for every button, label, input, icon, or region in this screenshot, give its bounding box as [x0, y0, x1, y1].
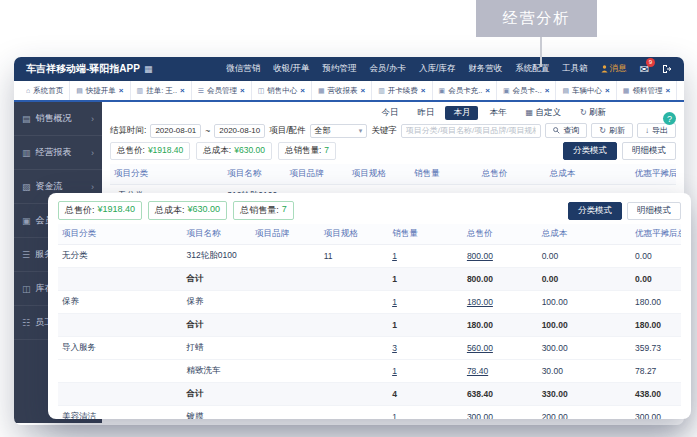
price-cell[interactable]: 180.00	[463, 291, 538, 314]
grid-icon: ▦	[144, 64, 153, 74]
tab[interactable]: ▣ 会员卡-.. ×	[497, 81, 556, 100]
period-filter-row: 今日 昨日 本月 本年 ▦ 自定义 ↻ 刷新	[110, 105, 676, 121]
keyword-input[interactable]	[401, 124, 541, 138]
qty-cell[interactable]: 1	[388, 245, 463, 268]
tab[interactable]: ◫ 销售中心 ×	[252, 81, 312, 100]
classified-mode-button[interactable]: 分类模式	[563, 142, 617, 160]
tab-close-icon[interactable]: ×	[361, 86, 366, 95]
period-option[interactable]: 今日	[373, 106, 406, 120]
table-row: 合计 1 180.00 100.00 180.00	[58, 314, 681, 337]
tab-close-icon[interactable]: ×	[180, 86, 185, 95]
titlebar: 车吉祥移动端-驿阳指APP ▦ 微信营销收银/开单预约管理会员/办卡入库/库存财…	[14, 57, 684, 81]
qty-cell[interactable]: 1	[388, 406, 463, 420]
tab[interactable]: ▥ 开卡续费 ×	[372, 81, 432, 100]
export-button[interactable]: ↓ 导出	[637, 123, 676, 138]
custom-range-button[interactable]: ▦ 自定义	[517, 106, 568, 120]
summary-stats-row: 总售价:¥1918.40 总成本:¥630.00 总销售量:7 分类模式 明细模…	[110, 142, 676, 160]
qty-cell[interactable]: 4	[388, 383, 463, 406]
refresh-button[interactable]: ↻ 刷新	[591, 123, 633, 138]
table-row: 导入服务 打蜡 3 560.00 300.00 359.73	[58, 337, 681, 360]
tab-close-icon[interactable]: ×	[605, 86, 610, 95]
tab[interactable]: ▤ 车辆中心 ×	[556, 81, 616, 100]
column-header: 优惠平摊后总售价	[631, 164, 676, 185]
period-option[interactable]: 昨日	[409, 106, 442, 120]
tab-label: 销售中心	[267, 86, 297, 96]
price-cell[interactable]: 800.00	[463, 268, 538, 291]
column-header: 总成本	[538, 224, 631, 245]
chevron-down-icon: ▾	[359, 127, 363, 135]
popup-summary-stats-row: 总售价:¥1918.40 总成本:¥630.00 总销售量:7 分类模式 明细模…	[58, 201, 681, 220]
search-icon	[553, 127, 560, 134]
detailed-mode-button[interactable]: 明细模式	[622, 142, 676, 160]
top-nav-item[interactable]: 收银/开单	[273, 63, 309, 75]
column-header: 项目规格	[320, 224, 389, 245]
qty-cell[interactable]: 1	[388, 360, 463, 383]
top-nav-item[interactable]: 财务营收	[468, 63, 502, 75]
period-option[interactable]: 本年	[481, 106, 514, 120]
mail-badge: 9	[646, 58, 655, 67]
tab[interactable]: ▤ 快捷开单 ×	[70, 81, 130, 100]
tab-icon: ◫	[258, 87, 265, 95]
top-nav-item[interactable]: 微信营销	[226, 63, 260, 75]
tab-close-icon[interactable]: ×	[545, 86, 550, 95]
qty-cell[interactable]: 1	[388, 268, 463, 291]
tab[interactable]: ⌂ 系统首页 ×	[20, 81, 70, 100]
top-nav-item[interactable]: 会员/办卡	[370, 63, 406, 75]
search-button[interactable]: 查询	[545, 123, 587, 138]
tab-close-icon[interactable]: ×	[485, 86, 490, 95]
tab-label: 会员卡-..	[513, 86, 542, 96]
tab-label: 领料管理	[632, 86, 662, 96]
tab-icon: ▣	[503, 87, 510, 95]
messages-item[interactable]: 消息	[601, 63, 627, 75]
chevron-right-icon: ›	[91, 182, 94, 192]
qty-cell[interactable]: 1	[388, 314, 463, 337]
tab-icon: ▣	[439, 87, 446, 95]
calendar-icon: ▦	[525, 108, 533, 117]
sidebar-item-label: 销售概况	[36, 112, 72, 125]
classified-mode-button[interactable]: 分类模式	[568, 202, 622, 220]
price-cell[interactable]: 638.40	[463, 383, 538, 406]
qty-cell[interactable]: 1	[388, 291, 463, 314]
mail-button[interactable]: ✉ 9	[640, 63, 649, 76]
top-nav-item[interactable]: 入库/库存	[419, 63, 455, 75]
price-cell[interactable]: 180.00	[463, 314, 538, 337]
price-cell[interactable]: 300.00	[463, 406, 538, 420]
tab[interactable]: ▣ 会员卡充.. ×	[433, 81, 497, 100]
top-nav-item[interactable]: 预约管理	[323, 63, 357, 75]
time-filter-label: 结算时间:	[110, 125, 146, 137]
date-separator: ~	[205, 126, 210, 136]
tab-close-icon[interactable]: ×	[240, 86, 245, 95]
tab[interactable]: ▦ 营收报表 ×	[312, 81, 372, 100]
tab-close-icon[interactable]: ×	[665, 86, 670, 95]
logout-icon[interactable]	[662, 64, 672, 74]
refresh-button-top[interactable]: ↻ 刷新	[572, 106, 614, 120]
column-header: 项目品牌	[285, 164, 347, 185]
tab-close-icon[interactable]: ×	[421, 86, 426, 95]
tab[interactable]: ▥ 挂单: 王.. ×	[131, 81, 192, 100]
tab-icon: ▤	[562, 87, 569, 95]
price-cell[interactable]: 78.40	[463, 360, 538, 383]
price-cell[interactable]: 800.00	[463, 245, 538, 268]
total-qty-stat: 总销售量:7	[233, 201, 294, 220]
top-nav-item[interactable]: 系统配置	[515, 63, 549, 75]
tab[interactable]: ▦ 领料管理 ×	[617, 81, 677, 100]
tab[interactable]: ☰ 会员管理 ×	[192, 81, 252, 100]
tab-close-icon[interactable]: ×	[119, 86, 124, 95]
tab-close-icon[interactable]: ×	[300, 86, 305, 95]
help-button[interactable]: ?	[663, 112, 676, 125]
date-to-input[interactable]: 2020-08-10	[214, 124, 265, 138]
period-option[interactable]: 本月	[445, 106, 478, 120]
tab-label: 快捷开单	[86, 86, 116, 96]
sidebar-item[interactable]: ▤ 销售概况 ›	[14, 102, 102, 136]
date-from-input[interactable]: 2020-08-01	[150, 124, 201, 138]
sidebar-item[interactable]: ▥ 经营报表 ›	[14, 136, 102, 170]
detailed-mode-button[interactable]: 明细模式	[627, 202, 681, 220]
qty-cell[interactable]: 3	[388, 337, 463, 360]
tab-icon: ▦	[623, 87, 630, 95]
top-nav-item[interactable]: 工具箱	[562, 63, 588, 75]
sidebar-item-icon: ◫	[22, 284, 31, 294]
total-price-stat: 总售价:¥1918.40	[58, 201, 142, 220]
tab-label: 营收报表	[328, 86, 358, 96]
item-select[interactable]: 全部 ▾	[310, 124, 368, 138]
price-cell[interactable]: 560.00	[463, 337, 538, 360]
